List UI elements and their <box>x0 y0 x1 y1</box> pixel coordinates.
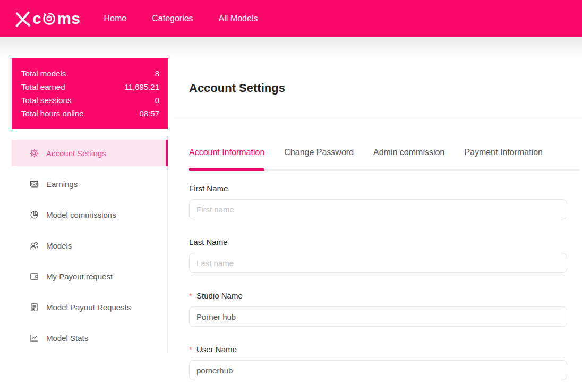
last-name-input[interactable] <box>189 253 567 273</box>
sidebar-item-model-stats[interactable]: Model Stats <box>12 325 168 351</box>
stat-label: Total earned <box>21 80 65 93</box>
stat-total-hours-online: Total hours online 08:57 <box>21 107 159 120</box>
sidebar-menu: Account Settings Earnings Model commissi… <box>0 135 168 353</box>
gear-icon <box>29 148 39 158</box>
sidebar-item-earnings[interactable]: Earnings <box>12 171 168 197</box>
sidebar-item-label: Model Stats <box>46 334 88 343</box>
navbar-links: Home Categories All Models <box>104 14 258 23</box>
tab-label: Admin commission <box>373 148 444 157</box>
sidebar-item-label: Model commissions <box>46 210 116 219</box>
stat-total-earned: Total earned 11,695.21 <box>21 80 159 93</box>
field-last-name: Last Name <box>189 237 567 273</box>
page-header: Account Settings <box>174 58 582 118</box>
sidebar-item-model-payout-requests[interactable]: Model Payout Requests <box>12 294 168 320</box>
nav-categories[interactable]: Categories <box>152 14 193 23</box>
stat-label: Total hours online <box>21 107 84 120</box>
tab-bar: Account Information Change Password Admi… <box>189 143 580 171</box>
sidebar-item-label: Model Payout Requests <box>46 303 131 312</box>
stat-label: Total sessions <box>21 93 71 107</box>
page-title: Account Settings <box>189 81 285 95</box>
sidebar-item-model-commissions[interactable]: Model commissions <box>12 201 168 228</box>
header-shadow-strip <box>0 37 582 58</box>
main-content: Account Settings Account Information Cha… <box>174 58 582 392</box>
logo-text-ms: ms <box>57 11 80 27</box>
tab-admin-commission[interactable]: Admin commission <box>373 143 444 169</box>
document-person-icon <box>29 302 39 312</box>
people-icon <box>29 241 39 251</box>
logo-x-icon <box>13 9 32 28</box>
sidebar-item-label: My Payout request <box>46 272 113 281</box>
tab-account-information[interactable]: Account Information <box>189 143 264 169</box>
tab-label: Account Information <box>189 148 264 157</box>
sidebar-item-models[interactable]: Models <box>12 232 168 259</box>
required-asterisk: * <box>189 345 192 354</box>
last-name-label: Last Name <box>189 237 567 246</box>
brand-logo[interactable]: c ms <box>0 9 81 28</box>
wallet-icon <box>29 271 39 282</box>
sidebar-item-label: Earnings <box>46 180 78 189</box>
account-information-form: First Name Last Name * Studio Name * Use… <box>189 184 567 392</box>
required-asterisk: * <box>189 291 192 300</box>
pie-chart-icon <box>29 210 39 220</box>
tab-label: Change Password <box>284 148 354 157</box>
active-tab-indicator <box>189 168 264 171</box>
sidebar-item-my-payout-request[interactable]: My Payout request <box>12 263 168 289</box>
tab-change-password[interactable]: Change Password <box>284 143 354 169</box>
stat-value: 8 <box>155 67 159 80</box>
studio-name-label: * Studio Name <box>189 291 567 300</box>
totals-panel: Total models 8 Total earned 11,695.21 To… <box>12 58 168 129</box>
user-name-input[interactable] <box>189 360 567 380</box>
field-studio-name: * Studio Name <box>189 291 567 327</box>
label-text: First Name <box>189 184 228 193</box>
line-chart-icon <box>29 333 39 343</box>
banknote-icon <box>29 179 39 189</box>
nav-all-models[interactable]: All Models <box>219 14 258 23</box>
stat-value: 08:57 <box>139 107 159 120</box>
stat-value: 0 <box>155 93 159 107</box>
stat-value: 11,695.21 <box>124 80 159 93</box>
label-text: Studio Name <box>196 291 243 300</box>
sidebar-item-account-settings[interactable]: Account Settings <box>12 140 168 166</box>
nav-home[interactable]: Home <box>104 14 127 23</box>
user-name-label: * User Name <box>189 345 567 354</box>
label-text: User Name <box>196 345 237 354</box>
stat-total-sessions: Total sessions 0 <box>21 93 159 107</box>
first-name-label: First Name <box>189 184 567 193</box>
sidebar-item-label: Account Settings <box>46 149 106 158</box>
stat-label: Total models <box>21 67 66 80</box>
logo-text-c: c <box>32 11 41 27</box>
tab-payment-information[interactable]: Payment Information <box>464 143 543 169</box>
field-user-name: * User Name <box>189 345 567 380</box>
field-first-name: First Name <box>189 184 567 219</box>
label-text: Last Name <box>189 237 228 246</box>
stat-total-models: Total models 8 <box>21 67 159 80</box>
studio-name-input[interactable] <box>189 306 567 327</box>
top-navbar: c ms Home Categories All Models <box>0 0 582 37</box>
logo-cam-icon <box>42 12 56 26</box>
first-name-input[interactable] <box>189 199 567 219</box>
tab-label: Payment Information <box>464 148 543 157</box>
sidebar-item-label: Models <box>46 241 72 250</box>
